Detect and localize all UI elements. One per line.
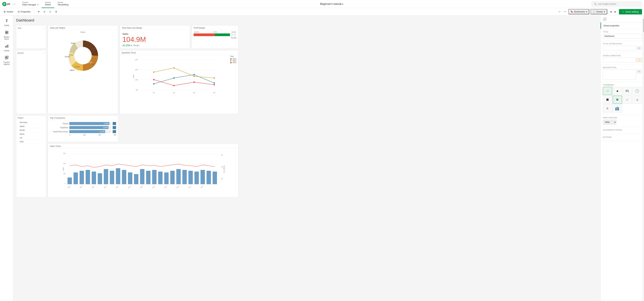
region-item-nordic[interactable]: Nordic bbox=[18, 128, 44, 132]
total-sales-margin-widget[interactable]: Total Sales and Margin Sales 104.9M 43.2… bbox=[120, 25, 190, 49]
sheet-canvas[interactable]: Dashboard Year ··· Sales per Region bbox=[14, 16, 600, 301]
done-editing-button[interactable]: ✓ Done editing bbox=[619, 9, 642, 15]
sales-trend-widget[interactable]: Sales Trend 6M 4M 2M 0 50 40 30 bbox=[48, 144, 238, 197]
undo-button[interactable]: ↩ bbox=[557, 10, 562, 14]
bookmarks-button[interactable]: 🔖 Bookmarks ▾ bbox=[568, 9, 589, 14]
region-item-germany[interactable]: Germany bbox=[18, 121, 44, 124]
prop-show-cond-input[interactable] bbox=[603, 58, 636, 62]
profit-margin-widget[interactable]: Profit Margin -50.0% 0.0% 50.0% 41.3% bbox=[192, 25, 238, 49]
svg-text:8M: 8M bbox=[136, 89, 138, 91]
sheet-nav-arrows: ◀ ▶ bbox=[608, 10, 618, 14]
region-legend-label: Region bbox=[80, 31, 86, 33]
svg-rect-76 bbox=[152, 170, 156, 184]
bar-row-paracel: Paracel 5.69M bbox=[50, 122, 116, 125]
profit-bar-container: -50.0% 0.0% 50.0% 41.3% bbox=[192, 30, 238, 40]
delete-button[interactable]: 🗑 bbox=[54, 10, 58, 14]
prop-grid-spacing-select[interactable]: Wide Medium Narrow bbox=[603, 120, 616, 125]
prop-desc-row: ƒx bbox=[603, 70, 642, 80]
year-filter-menu[interactable]: ··· bbox=[43, 27, 45, 30]
thumb-sheet-icon[interactable]: ⬜ bbox=[603, 87, 612, 95]
thumb-image[interactable]: 🖼 bbox=[613, 96, 622, 104]
svg-rect-66 bbox=[92, 172, 96, 184]
thumb-number-1[interactable]: #1 bbox=[623, 87, 632, 95]
svg-text:30: 30 bbox=[221, 178, 223, 179]
tab-prepare[interactable]: Prepare Data manager ▾ bbox=[19, 0, 42, 8]
fx-button-show-cond[interactable]: ƒx bbox=[636, 58, 642, 62]
sidebar-item-custom-objects[interactable]: Custom objects bbox=[1, 54, 12, 67]
tab-analyze[interactable]: Analyze Sheet bbox=[42, 0, 54, 8]
next-sheet-button[interactable]: ▶ bbox=[613, 10, 618, 14]
thumb-line-chart[interactable]: 📈 bbox=[623, 96, 632, 104]
margin-kpi-sub: 43.25M ▸ Margin bbox=[122, 44, 187, 47]
svg-rect-86 bbox=[212, 172, 217, 184]
prop-title-expr-input[interactable] bbox=[603, 46, 636, 51]
sidebar-item-master-items[interactable]: Master items bbox=[1, 29, 12, 42]
redo-button[interactable]: ↪ bbox=[562, 10, 567, 14]
svg-rect-102 bbox=[617, 107, 618, 108]
copy-button[interactable]: ⧉ bbox=[42, 10, 46, 14]
margin-value: 43.25M bbox=[122, 44, 130, 47]
legend-label-2012: 2012 bbox=[232, 58, 236, 60]
sidebar-item-charts[interactable]: Charts bbox=[1, 42, 12, 53]
bar-small-paracel bbox=[113, 122, 116, 125]
region-item-usa[interactable]: USA bbox=[18, 140, 44, 144]
prop-description-input[interactable] bbox=[603, 70, 636, 80]
thumb-small-sheet[interactable]: ⊡ bbox=[603, 104, 612, 112]
tab-narrate[interactable]: Narrate Storytelling bbox=[54, 0, 72, 8]
thumb-clock[interactable]: 🕐 bbox=[632, 87, 642, 95]
svg-text:14M: 14M bbox=[135, 59, 138, 61]
region-item-spain[interactable]: Spain bbox=[18, 132, 44, 136]
number-thumb: #1 bbox=[626, 89, 629, 93]
svg-text:9.9%: 9.9% bbox=[69, 54, 73, 56]
properties-scrollbar[interactable] bbox=[643, 16, 644, 301]
svg-rect-82 bbox=[188, 171, 193, 184]
quarter-filter-menu[interactable]: ··· bbox=[43, 52, 45, 54]
thumb-bar-chart[interactable]: 📊 bbox=[632, 96, 642, 104]
main-layout: Fields Master items Charts Custom object… bbox=[0, 16, 644, 301]
year-filter-label: Year bbox=[18, 27, 21, 29]
sheets-button[interactable]: ⬜ Sheets ▾ bbox=[590, 9, 607, 14]
svg-text:Spain: Spain bbox=[71, 42, 76, 44]
bar-thumb-icon: 📊 bbox=[636, 99, 638, 101]
year-filter-widget[interactable]: Year ··· bbox=[16, 25, 46, 49]
thumb-map[interactable]: ⬛ bbox=[603, 96, 612, 104]
region-item-japan[interactable]: Japan bbox=[18, 124, 44, 128]
top5-customers-widget[interactable]: Top 5 Customers Paracel 5.69M bbox=[48, 115, 118, 142]
sidebar-item-fields[interactable]: Fields bbox=[1, 17, 12, 28]
fx-button-title[interactable]: ƒx bbox=[636, 46, 642, 50]
svg-rect-70 bbox=[116, 168, 120, 184]
bar-label-paracel: Paracel bbox=[50, 123, 68, 125]
properties-panel: ⬜ Sheet properties Title Title expressio… bbox=[600, 16, 644, 301]
profit-margin-title: Profit Margin bbox=[192, 25, 238, 30]
sales-per-region-widget[interactable]: Sales per Region Region bbox=[48, 25, 118, 114]
qlik-logo[interactable]: qlik bbox=[2, 2, 10, 7]
thumb-pie-chart[interactable]: ◕ bbox=[613, 87, 622, 95]
prop-title-input[interactable] bbox=[603, 34, 642, 39]
prop-thumbnail-section: Thumbnail ⬜ ◕ #1 🕐 ⬛ 🖼 bbox=[600, 82, 644, 115]
svg-point-38 bbox=[173, 77, 175, 79]
scroll-thumb[interactable] bbox=[643, 19, 644, 32]
fx-button-desc[interactable]: ƒx bbox=[636, 70, 642, 73]
region-filter-widget[interactable]: Region Germany Japan Nordic Spain UK USA bbox=[16, 115, 46, 197]
paste-button[interactable]: ⊡ bbox=[48, 10, 52, 14]
quarter-filter-widget[interactable]: Quarter ··· bbox=[16, 50, 46, 114]
svg-text:2013-...: 2013-... bbox=[152, 184, 156, 189]
svg-rect-75 bbox=[146, 171, 150, 184]
svg-text:2012-...: 2012-... bbox=[67, 184, 72, 189]
quarterly-trend-widget[interactable]: Quarterly Trend Year 2012 2013 bbox=[120, 50, 238, 114]
svg-point-45 bbox=[153, 79, 154, 80]
svg-rect-73 bbox=[134, 174, 138, 184]
svg-point-42 bbox=[173, 67, 175, 69]
properties-button[interactable]: ⊟ Properties bbox=[16, 10, 32, 14]
prev-sheet-button[interactable]: ◀ bbox=[608, 10, 613, 14]
region-item-uk[interactable]: UK bbox=[18, 136, 44, 140]
assets-button[interactable]: ⊞ Assets bbox=[2, 10, 15, 14]
add-button[interactable]: ✚ bbox=[36, 10, 41, 14]
ask-advisor-button[interactable]: 🔍 Ask Insight Advisor bbox=[592, 2, 642, 7]
thumb-stacked-bar[interactable] bbox=[613, 104, 622, 112]
more-options-button[interactable]: ··· bbox=[13, 2, 16, 6]
sales-trend-chart-container: 6M 4M 2M 0 50 40 30 Sales Margin (%) bbox=[48, 148, 238, 190]
svg-rect-77 bbox=[158, 172, 162, 184]
bar-track-deak-perera: 5.11M bbox=[69, 130, 111, 133]
properties-title-label: Sheet properties bbox=[603, 24, 619, 27]
